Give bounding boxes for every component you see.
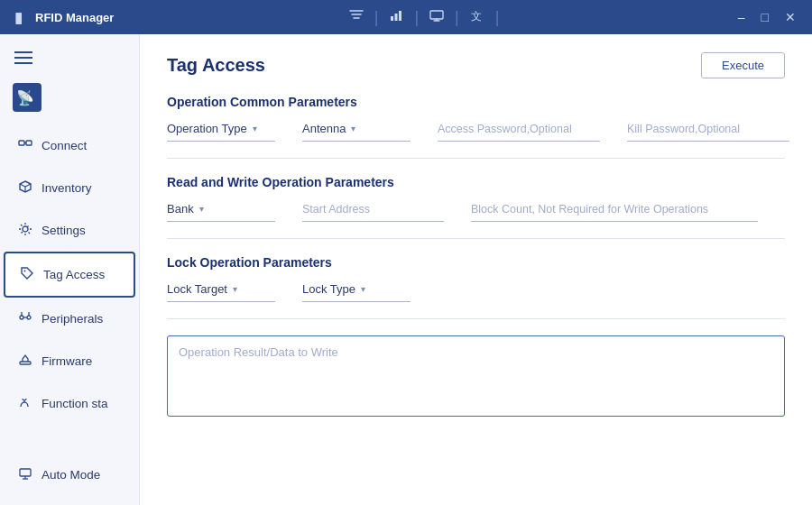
section-title-common: Operation Common Parameters bbox=[167, 95, 785, 109]
lock-params-row: Lock Target ▾ Lock Type ▾ bbox=[167, 282, 785, 302]
svg-rect-3 bbox=[430, 11, 443, 19]
window-controls: – □ ✕ bbox=[731, 6, 803, 28]
operation-type-label: Operation Type bbox=[167, 122, 247, 135]
lock-target-select[interactable]: Lock Target ▾ bbox=[167, 282, 275, 302]
sidebar-label-function-sta: Function sta bbox=[42, 397, 108, 410]
block-count-input[interactable] bbox=[471, 203, 758, 222]
divider3: | bbox=[455, 8, 459, 27]
section-title-lock: Lock Operation Parameters bbox=[167, 255, 785, 270]
minimize-button[interactable]: – bbox=[731, 6, 752, 28]
svg-line-15 bbox=[20, 184, 25, 187]
main-content: Tag Access Execute Operation Common Para… bbox=[140, 34, 812, 505]
filter-icon[interactable] bbox=[344, 5, 369, 30]
sidebar-item-function-sta[interactable]: Function sta bbox=[4, 382, 135, 425]
lock-type-select[interactable]: Lock Type ▾ bbox=[302, 282, 411, 302]
connect-icon bbox=[18, 137, 32, 154]
svg-rect-2 bbox=[399, 11, 401, 21]
sidebar-item-auto-mode[interactable]: Auto Mode bbox=[4, 454, 135, 496]
svg-text:文: 文 bbox=[471, 10, 482, 23]
lock-type-label: Lock Type bbox=[302, 282, 355, 296]
sidebar-label-auto-mode: Auto Mode bbox=[42, 468, 100, 482]
divider-1 bbox=[167, 158, 785, 159]
sidebar-item-tag-access[interactable]: Tag Access bbox=[4, 252, 135, 298]
svg-rect-25 bbox=[20, 469, 31, 476]
peripherals-icon bbox=[18, 310, 32, 327]
svg-rect-10 bbox=[19, 141, 24, 145]
result-section bbox=[167, 335, 785, 420]
settings-icon bbox=[18, 222, 32, 239]
sidebar-item-settings[interactable]: Settings bbox=[4, 209, 135, 252]
svg-rect-11 bbox=[26, 141, 32, 145]
svg-point-18 bbox=[24, 271, 26, 272]
block-count-group bbox=[471, 203, 758, 222]
divider4: | bbox=[495, 8, 500, 27]
hamburger-menu[interactable] bbox=[0, 41, 139, 78]
svg-point-20 bbox=[27, 316, 31, 319]
sidebar-label-connect: Connect bbox=[42, 139, 87, 152]
function-icon bbox=[18, 395, 32, 412]
lock-target-group: Lock Target ▾ bbox=[167, 282, 275, 302]
common-params-row: Operation Type ▾ Antenna ▾ bbox=[167, 122, 785, 142]
sidebar-item-firmware[interactable]: Firmware bbox=[4, 340, 135, 382]
tag-icon bbox=[20, 266, 34, 283]
operation-type-select[interactable]: Operation Type ▾ bbox=[167, 122, 275, 142]
start-address-input[interactable] bbox=[302, 203, 444, 222]
antenna-select[interactable]: Antenna ▾ bbox=[302, 122, 411, 142]
bank-select[interactable]: Bank ▾ bbox=[167, 202, 275, 222]
bank-arrow: ▾ bbox=[199, 204, 204, 214]
operation-type-group: Operation Type ▾ bbox=[167, 122, 275, 142]
kill-password-input[interactable] bbox=[627, 123, 789, 142]
titlebar-icons: | | | 文 | bbox=[344, 5, 502, 30]
app-body: 📡 Connect Inventory Settings Tag Access bbox=[0, 34, 812, 505]
antenna-group: Antenna ▾ bbox=[302, 122, 411, 142]
divider-2 bbox=[167, 238, 785, 239]
titlebar-left: ▮ RFID Manager bbox=[9, 5, 114, 30]
antenna-label: Antenna bbox=[302, 122, 346, 135]
divider2: | bbox=[414, 8, 419, 27]
divider1: | bbox=[374, 8, 379, 27]
app-logo: 📡 bbox=[0, 78, 139, 124]
auto-icon bbox=[18, 466, 32, 483]
lock-target-label: Lock Target bbox=[167, 282, 227, 296]
svg-rect-1 bbox=[395, 14, 398, 21]
kill-password-group bbox=[627, 123, 789, 142]
access-password-input[interactable] bbox=[438, 123, 600, 142]
page-title: Tag Access bbox=[167, 55, 265, 76]
sidebar: 📡 Connect Inventory Settings Tag Access bbox=[0, 34, 140, 505]
maximize-button[interactable]: □ bbox=[754, 6, 776, 28]
antenna-arrow: ▾ bbox=[351, 124, 355, 133]
sidebar-label-tag-access: Tag Access bbox=[43, 268, 105, 281]
result-textarea[interactable] bbox=[167, 335, 785, 417]
app-icon: ▮ bbox=[9, 5, 28, 30]
sidebar-item-connect[interactable]: Connect bbox=[4, 124, 135, 167]
read-write-params-row: Bank ▾ bbox=[167, 202, 785, 222]
sidebar-item-peripherals[interactable]: Peripherals bbox=[4, 298, 135, 340]
sidebar-item-inventory[interactable]: Inventory bbox=[4, 167, 135, 209]
divider-3 bbox=[167, 318, 785, 319]
lock-type-arrow: ▾ bbox=[361, 284, 365, 294]
svg-point-17 bbox=[23, 226, 28, 232]
operation-type-arrow: ▾ bbox=[253, 124, 257, 133]
screen-icon[interactable] bbox=[424, 5, 449, 30]
sidebar-label-inventory: Inventory bbox=[42, 181, 92, 195]
svg-rect-0 bbox=[391, 16, 393, 21]
close-button[interactable]: ✕ bbox=[778, 6, 803, 28]
execute-button[interactable]: Execute bbox=[701, 52, 785, 78]
svg-rect-24 bbox=[20, 362, 31, 364]
svg-point-19 bbox=[20, 316, 23, 319]
section-read-write-params: Read and Write Operation Parameters Bank… bbox=[167, 175, 785, 222]
sidebar-label-settings: Settings bbox=[42, 224, 86, 237]
sidebar-label-firmware: Firmware bbox=[42, 354, 92, 368]
inventory-icon bbox=[18, 179, 32, 197]
sidebar-footer: Auto Mode bbox=[0, 454, 139, 505]
titlebar: ▮ RFID Manager | | | 文 | – □ ✕ bbox=[0, 0, 812, 34]
bank-label: Bank bbox=[167, 202, 194, 216]
start-address-group bbox=[302, 203, 444, 222]
access-password-group bbox=[438, 123, 600, 142]
app-title: RFID Manager bbox=[35, 11, 114, 24]
lock-type-group: Lock Type ▾ bbox=[302, 282, 411, 302]
translate-icon[interactable]: 文 bbox=[465, 5, 490, 30]
section-lock-params: Lock Operation Parameters Lock Target ▾ … bbox=[167, 255, 785, 302]
chart-icon[interactable] bbox=[383, 5, 409, 30]
bank-group: Bank ▾ bbox=[167, 202, 275, 222]
